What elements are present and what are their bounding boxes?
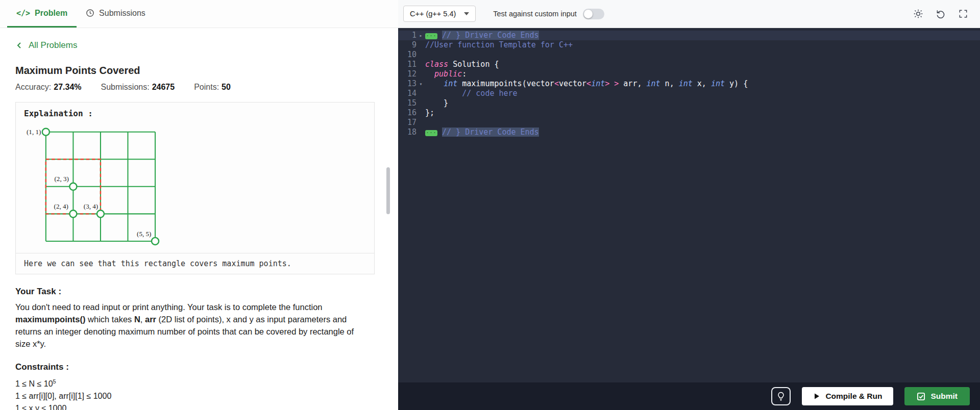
code-line[interactable]: 15 } — [398, 98, 980, 108]
code-line[interactable]: 11class Solution { — [398, 60, 980, 69]
submit-label: Submit — [930, 392, 958, 401]
tab-problem-label: Problem — [35, 9, 67, 18]
tab-submissions[interactable]: Submissions — [77, 0, 155, 28]
fold-marker-icon — [416, 118, 425, 127]
fold-marker-icon[interactable]: ▾ — [416, 79, 425, 89]
fold-marker-icon — [416, 108, 425, 118]
page-title: Maximum Points Covered — [15, 65, 383, 76]
stat-submissions: Submissions:24675 — [101, 83, 175, 92]
editor-actions-bar: Compile & Run Submit — [398, 382, 980, 410]
custom-input-label: Test against custom input — [493, 10, 577, 18]
code-line-text: class Solution { — [425, 60, 499, 69]
fold-marker-icon — [416, 89, 425, 98]
problem-panel-header: </> Problem Submissions — [0, 0, 398, 28]
line-number: 10 — [398, 50, 416, 60]
line-number: 15 — [398, 98, 416, 108]
clock-icon — [86, 9, 94, 17]
code-line-text: // code here — [425, 89, 518, 98]
point-labels: (1, 1) (2, 3) (2, 4) (3, 4) (5, 5) — [27, 128, 152, 237]
code-editor[interactable]: 1▸···// } Driver Code Ends9//User functi… — [398, 28, 980, 382]
task-paragraph: You don't need to read input or print an… — [15, 301, 358, 350]
back-link-label: All Problems — [29, 40, 77, 50]
problem-content: All Problems Maximum Points Covered Accu… — [0, 28, 398, 410]
line-number: 14 — [398, 89, 416, 98]
line-number: 13 — [398, 79, 416, 89]
editor-topbar: C++ (g++ 5.4) Test against custom input — [398, 0, 980, 28]
point-label: (3, 4) — [84, 202, 98, 210]
tab-problem[interactable]: </> Problem — [7, 0, 77, 28]
fold-marker-icon — [416, 69, 425, 79]
brightness-button[interactable] — [910, 5, 927, 22]
language-select[interactable]: C++ (g++ 5.4) — [403, 6, 476, 22]
code-line[interactable]: 1▸···// } Driver Code Ends — [398, 31, 980, 40]
tab-submissions-label: Submissions — [99, 9, 145, 18]
language-select-value: C++ (g++ 5.4) — [410, 10, 456, 18]
submit-button[interactable]: Submit — [904, 387, 970, 405]
folded-code-badge[interactable]: ··· — [425, 33, 437, 39]
problem-stats: Accuracy:27.34% Submissions:24675 Points… — [15, 83, 383, 92]
brightness-icon — [913, 9, 923, 19]
chevron-left-icon — [15, 41, 23, 49]
compile-run-button[interactable]: Compile & Run — [802, 387, 893, 405]
point-marker — [152, 238, 159, 245]
reset-code-button[interactable] — [932, 5, 949, 22]
code-line-text: ···// } Driver Code Ends — [425, 31, 539, 40]
fullscreen-icon — [958, 9, 968, 19]
fullscreen-button[interactable] — [954, 5, 972, 22]
code-line[interactable]: 13▾ int maximumpoints(vector<vector<int>… — [398, 79, 980, 89]
code-line[interactable]: 18···// } Driver Code Ends — [398, 127, 980, 137]
problem-panel: </> Problem Submissions All Pro — [0, 0, 398, 410]
code-icon: </> — [16, 9, 30, 18]
stat-accuracy: Accuracy:27.34% — [15, 83, 82, 92]
example-caption: Here we can see that this rectangle cove… — [16, 253, 374, 274]
left-scrollbar[interactable] — [386, 29, 390, 407]
point-label: (2, 3) — [54, 175, 68, 183]
point-marker — [42, 129, 50, 136]
point-label: (2, 4) — [54, 202, 68, 210]
constraint-line: 1 ≤ x,y ≤ 1000 — [15, 402, 383, 410]
line-number: 11 — [398, 60, 416, 69]
point-label: (5, 5) — [137, 230, 151, 238]
point-marker — [69, 210, 77, 217]
line-number: 18 — [398, 127, 416, 137]
code-line-text: }; — [425, 108, 434, 118]
custom-input-control: Test against custom input — [493, 9, 604, 19]
line-number: 16 — [398, 108, 416, 118]
fold-marker-icon — [416, 40, 425, 50]
code-line-text: } — [425, 98, 448, 108]
code-line[interactable]: 16}; — [398, 108, 980, 118]
code-line[interactable]: 17 — [398, 118, 980, 127]
app-root: </> Problem Submissions All Pro — [0, 0, 980, 410]
fold-marker-icon — [416, 50, 425, 60]
code-line-text: int maximumpoints(vector<vector<int> > a… — [425, 79, 748, 89]
scrollbar-thumb[interactable] — [386, 167, 390, 214]
fold-marker-icon[interactable]: ▸ — [416, 31, 425, 40]
example-grid-diagram: (1, 1) (2, 3) (2, 4) (3, 4) (5, 5) — [21, 121, 179, 249]
folded-code-badge[interactable]: ··· — [425, 130, 437, 136]
code-line[interactable]: 14 // code here — [398, 89, 980, 98]
point-label: (1, 1) — [27, 128, 41, 136]
line-number: 9 — [398, 40, 416, 50]
toggle-knob — [584, 10, 593, 18]
constraints: 1 ≤ N ≤ 105 1 ≤ arr[i][0], arr[i][1] ≤ 1… — [15, 375, 383, 410]
point-marker — [97, 210, 104, 217]
constraint-line: 1 ≤ arr[i][0], arr[i][1] ≤ 1000 — [15, 390, 383, 402]
code-line[interactable]: 9//User function Template for C++ — [398, 40, 980, 50]
fold-marker-icon — [416, 127, 425, 137]
line-number: 17 — [398, 118, 416, 127]
compile-run-label: Compile & Run — [825, 392, 882, 401]
example-heading: Explaination : — [16, 102, 374, 120]
code-line-text: ···// } Driver Code Ends — [425, 127, 539, 137]
task-heading: Your Task : — [15, 287, 383, 297]
code-line[interactable]: 10 — [398, 50, 980, 60]
custom-input-toggle[interactable] — [583, 9, 604, 19]
constraints-heading: Constraints : — [15, 362, 383, 372]
bulb-button[interactable] — [771, 387, 791, 405]
code-line[interactable]: 12 public: — [398, 69, 980, 79]
constraint-line: 1 ≤ N ≤ 105 — [15, 375, 383, 390]
line-number: 1 — [398, 31, 416, 40]
back-link[interactable]: All Problems — [15, 40, 77, 50]
chevron-down-icon — [464, 12, 469, 15]
fold-marker-icon — [416, 60, 425, 69]
bulb-icon — [776, 391, 786, 401]
